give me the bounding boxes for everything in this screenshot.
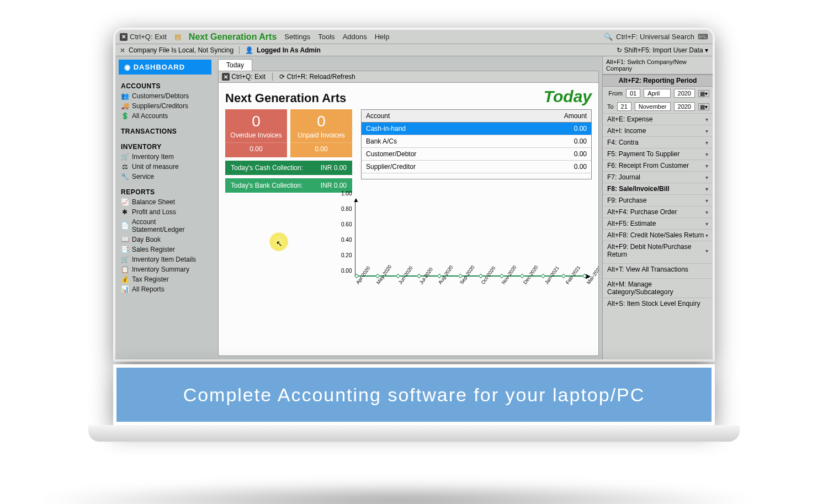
item-icon: 🛒 [121, 256, 129, 263]
account-table[interactable]: AccountAmount Cash-in-hand0.00Bank A/Cs0… [361, 109, 592, 179]
tile-overdue[interactable]: 0 Overdue Invoices 0.00 [225, 109, 287, 157]
calendar-icon[interactable]: ▦▾ [698, 90, 709, 97]
sync-status: Company File Is Local, Not Syncing [129, 46, 233, 54]
sidebar-item[interactable]: 💲All Accounts [119, 111, 211, 121]
item-icon: 📑 [121, 246, 129, 253]
chevron-down-icon: ▾ [705, 128, 708, 134]
today-label: Today [544, 87, 592, 106]
chevron-down-icon: ▾ [705, 174, 708, 181]
chevron-down-icon: ▾ [705, 116, 708, 123]
item-icon: 🔧 [121, 173, 129, 181]
side-head: REPORTS [119, 187, 211, 197]
shortcut-row[interactable]: Alt+I: Income▾ [603, 125, 713, 136]
reporting-period-head: Alt+F2: Reporting Period [603, 75, 713, 87]
shortcut-row[interactable]: Alt+F9: Debit Note/Purchase Return▾ [603, 241, 713, 260]
sidebar-dashboard[interactable]: ◉ DASHBOARD [119, 60, 211, 75]
shortcut-row[interactable]: F6: Receipt From Customer▾ [603, 160, 713, 171]
shortcut-row[interactable]: F7: Journal▾ [603, 171, 713, 183]
sidebar-item[interactable]: 👥Customers/Debtors [119, 91, 211, 101]
item-icon: 🚚 [121, 102, 129, 110]
item-icon: 📖 [121, 236, 129, 243]
shortcut-row[interactable]: F4: Contra▾ [603, 136, 713, 148]
col-account: Account [362, 110, 511, 123]
table-row[interactable]: Customer/Debtor0.00 [362, 148, 591, 161]
chevron-down-icon: ▾ [705, 248, 708, 254]
side-head: ACCOUNTS [119, 81, 211, 91]
cursor-highlight: ↖ [225, 199, 341, 299]
sidebar-item[interactable]: 📊All Reports [119, 284, 211, 294]
shortcuts-panel: Alt+F1: Switch Company/New Company Alt+F… [602, 56, 713, 359]
app-title: Next Generation Arts [189, 32, 277, 42]
item-icon: 📄 [121, 222, 129, 230]
menu-help[interactable]: Help [375, 33, 390, 41]
status-bar: ⤫ Company File Is Local, Not Syncing 👤 L… [115, 44, 713, 56]
main-area: Today ✕ Ctrl+Q: Exit ⟳ Ctrl+R: Reload/Re… [215, 56, 602, 359]
shortcut-row[interactable]: Alt+F5: Estimate▾ [603, 217, 713, 229]
sidebar-item[interactable]: ⚖Unit of measure [119, 162, 211, 172]
shortcut-row[interactable]: Alt+F8: Credit Note/Sales Return▾ [603, 229, 713, 241]
universal-search[interactable]: Ctrl+F: Universal Search [616, 33, 694, 41]
sidebar-item[interactable]: 📈Balance Sheet [119, 197, 211, 207]
shortcut-row[interactable]: Alt+T: View All Transactions [603, 263, 713, 275]
toolbar-reload[interactable]: ⟳ Ctrl+R: Reload/Refresh [279, 73, 355, 81]
sidebar-item[interactable]: 📄Account Statement/Ledger [119, 217, 211, 235]
import-user-data[interactable]: Shift+F5: Import User Data [624, 46, 703, 54]
item-icon: ✱ [121, 208, 129, 216]
shortcut-row[interactable]: Alt+F4: Purchase Order▾ [603, 206, 713, 217]
switch-company[interactable]: Alt+F1: Switch Company/New Company [603, 56, 713, 75]
company-title: Next Generation Arts [225, 91, 346, 105]
shortcut-row[interactable]: F8: Sale/Invoice/Bill▾ [603, 183, 713, 194]
sidebar-item[interactable]: ✱Profit and Loss [119, 207, 211, 217]
chart: ▲▶ 0.000.200.400.600.801.00 Apr-2020May-… [341, 199, 592, 299]
shortcut-row[interactable]: Alt+E: Expense▾ [603, 113, 713, 125]
login-status: Logged In As Admin [257, 46, 321, 54]
side-head: TRANSACTIONS [119, 126, 211, 136]
item-icon: 👥 [121, 92, 129, 100]
menu-bar: ✕Ctrl+Q: Exit ▤ Next Generation Arts Set… [115, 30, 713, 44]
shortcut-row[interactable]: F5: Payment To Supplier▾ [603, 148, 713, 160]
exit-shortcut[interactable]: ✕Ctrl+Q: Exit [120, 33, 167, 41]
item-icon: 🛒 [121, 153, 129, 161]
shortcut-row[interactable]: F9: Purchase▾ [603, 194, 713, 206]
chevron-down-icon: ▾ [705, 151, 708, 157]
cash-collection: Today's Cash Collection:INR 0.00 [225, 161, 352, 175]
menu-settings[interactable]: Settings [284, 33, 310, 41]
sidebar-item[interactable]: 📋Inventory Summary [119, 264, 211, 274]
tile-unpaid[interactable]: 0 Unpaid Invoices 0.00 [290, 109, 352, 157]
dashboard-icon: ◉ [124, 63, 131, 71]
table-row[interactable]: Bank A/Cs0.00 [362, 135, 591, 148]
from-date[interactable]: From 01 April 2020 ▦▾ [603, 87, 713, 100]
item-icon: ⚖ [121, 163, 129, 171]
sidebar-item[interactable]: 🚚Suppliers/Creditors [119, 101, 211, 111]
item-icon: 💲 [121, 112, 129, 120]
chevron-down-icon: ▾ [705, 186, 708, 192]
sidebar-item[interactable]: 🔧Service [119, 172, 211, 182]
sidebar-item[interactable]: 📖Day Book [119, 235, 211, 245]
table-row[interactable]: Cash-in-hand0.00 [362, 123, 591, 135]
calendar-icon[interactable]: ▦▾ [698, 103, 709, 110]
to-date[interactable]: To 21 November 2020 ▦▾ [603, 100, 713, 113]
sidebar-item[interactable]: 📑Sales Register [119, 245, 211, 254]
chevron-down-icon: ▾ [705, 221, 708, 227]
sidebar-item[interactable]: 🛒Inventory Item Details [119, 254, 211, 264]
menu-addons[interactable]: Addons [343, 33, 367, 41]
content-toolbar: ✕ Ctrl+Q: Exit ⟳ Ctrl+R: Reload/Refresh [218, 71, 599, 83]
shortcut-row[interactable]: Alt+S: Item Stock Level Enquiry [603, 298, 713, 309]
sync-icon: ⤫ [120, 46, 125, 54]
side-head: INVENTORY [119, 142, 211, 152]
refresh-icon: ⟳ [279, 73, 285, 81]
menu-tools[interactable]: Tools [318, 33, 335, 41]
keyboard-icon[interactable]: ⌨ [698, 33, 708, 41]
sidebar-item[interactable]: 🛒Inventory Item [119, 152, 211, 162]
sidebar-item[interactable]: 💰Tax Register [119, 274, 211, 284]
tab-today[interactable]: Today [218, 59, 252, 71]
chevron-down-icon: ▾ [705, 232, 708, 238]
close-icon: ✕ [222, 73, 230, 81]
table-row[interactable]: Supplier/Creditor0.00 [362, 161, 591, 173]
chevron-down-icon: ▾ [705, 198, 708, 204]
cursor-icon: ↖ [276, 239, 283, 248]
toolbar-exit[interactable]: ✕ Ctrl+Q: Exit [222, 73, 266, 81]
shortcut-row[interactable]: Alt+M: Manage Category/Subcategory [603, 278, 713, 298]
item-icon: 📋 [121, 266, 129, 273]
chevron-down-icon: ▾ [705, 140, 708, 146]
